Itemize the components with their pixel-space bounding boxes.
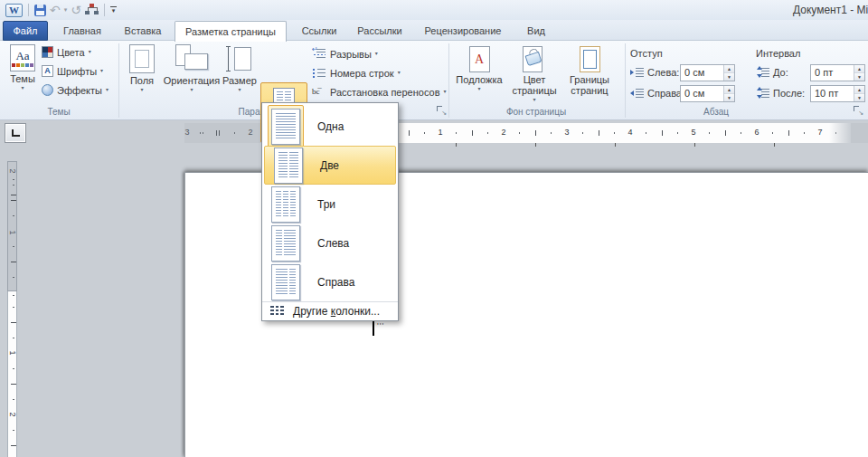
theme-fonts-icon: A	[42, 65, 53, 77]
line-numbers-button[interactable]: Номера строк▾	[312, 67, 401, 79]
more-columns-icon	[270, 306, 284, 317]
left-column-icon	[271, 225, 300, 262]
default-tab-stops	[377, 143, 851, 147]
tab-home[interactable]: Главная	[55, 21, 109, 41]
watermark-icon: A	[469, 46, 490, 72]
menu-item-left-column[interactable]: Слева	[262, 224, 398, 262]
tab-references[interactable]: Ссылки	[294, 21, 344, 41]
customize-quick-access-icon[interactable]: ▾	[110, 6, 117, 14]
org-chart-icon[interactable]	[85, 4, 99, 16]
three-columns-icon	[271, 186, 300, 223]
tab-mailings[interactable]: Рассылки	[352, 21, 408, 41]
group-separator	[118, 43, 119, 118]
tab-review[interactable]: Рецензирование	[415, 21, 511, 41]
chevron-down-icon: ▾	[21, 86, 24, 90]
right-column-icon	[271, 264, 300, 300]
spacing-after-icon	[756, 87, 770, 99]
ribbon: Aa Темы ▾ Цвета▾ A Шрифты▾ Эффекты▾ Темы…	[0, 41, 868, 120]
spacing-before-field[interactable]: 0 пт ▲▼	[810, 64, 865, 81]
separator	[104, 4, 105, 16]
spacing-before-label: До:	[773, 67, 788, 78]
indent-left-label: Слева:	[647, 67, 679, 78]
page-color-button[interactable]: Цвет страницы ▾	[508, 46, 561, 102]
indent-left-icon	[630, 66, 645, 78]
menu-item-one-column[interactable]: Одна	[262, 107, 398, 146]
page-borders-button[interactable]: Границы страниц	[562, 46, 617, 96]
left-tab-icon	[12, 129, 20, 137]
page-color-icon	[523, 46, 546, 72]
paragraph-mark: ʹʹʹ	[377, 321, 384, 330]
word-window: W ↶ ▾ ↺ ▾ Документ1 - Micros Файл Главна…	[0, 0, 868, 457]
redo-icon[interactable]: ↺	[71, 4, 81, 16]
orientation-icon	[174, 44, 210, 73]
paragraph-dialog-launcher[interactable]	[853, 105, 863, 116]
themes-button[interactable]: Aa Темы ▾	[5, 44, 40, 90]
spacing-after-field[interactable]: 10 пт ▲▼	[810, 85, 865, 102]
page-break-icon	[312, 48, 326, 60]
size-icon	[226, 44, 253, 73]
group-label-themes: Темы	[18, 107, 99, 117]
columns-dropdown-menu: Одна Две Три Слева Справа Другие колонки…	[261, 102, 399, 321]
vertical-ruler: 2 1 1 2	[7, 161, 17, 457]
spacing-after-spinner[interactable]: ▲▼	[854, 86, 864, 101]
page-borders-icon	[580, 46, 600, 72]
themes-icon: Aa	[10, 44, 35, 71]
text-cursor	[373, 321, 374, 336]
menu-item-three-columns[interactable]: Три	[262, 185, 398, 224]
margins-button[interactable]: Поля ▾	[123, 44, 161, 92]
line-numbers-icon	[312, 67, 326, 79]
word-logo-icon[interactable]: W	[5, 4, 23, 17]
watermark-button[interactable]: A Подложка ▾	[454, 46, 505, 91]
tab-page-layout[interactable]: Разметка страницы	[175, 21, 287, 42]
ruler-text-area: 1 2 3 4 5 6 7	[377, 123, 851, 143]
orientation-button[interactable]: Ориентация ▾	[163, 44, 221, 92]
group-separator	[448, 43, 449, 118]
save-icon[interactable]	[34, 5, 46, 16]
menu-item-two-columns[interactable]: Две	[264, 146, 396, 185]
tab-view[interactable]: Вид	[518, 21, 554, 41]
spacing-before-icon	[756, 66, 770, 78]
indent-right-label: Справа:	[647, 88, 684, 99]
page-setup-dialog-launcher[interactable]	[436, 105, 447, 116]
indent-right-field[interactable]: 0 см ▲▼	[680, 85, 735, 102]
one-column-icon	[271, 109, 300, 145]
title-bar: W ↶ ▾ ↺ ▾ Документ1 - Micros	[0, 0, 868, 20]
indent-left-spinner[interactable]: ▲▼	[723, 65, 734, 81]
group-separator	[625, 43, 626, 118]
ribbon-tabs: Файл Главная Вставка Разметка страницы С…	[0, 20, 868, 41]
group-label-paragraph: Абзац	[675, 107, 757, 117]
hyphenation-button[interactable]: bс̅ Расстановка переносов▾	[312, 86, 447, 98]
separator	[28, 4, 29, 16]
spacing-before-spinner[interactable]: ▲▼	[854, 65, 864, 81]
indent-left-field[interactable]: 0 см ▲▼	[680, 64, 735, 81]
theme-effects-button[interactable]: Эффекты▾	[42, 84, 108, 96]
hyphenation-icon: bс̅	[312, 86, 326, 98]
undo-icon[interactable]: ↶	[50, 4, 61, 16]
breaks-button[interactable]: Разрывы▾	[312, 48, 378, 60]
quick-access-toolbar: W ↶ ▾ ↺ ▾	[0, 0, 117, 20]
size-button[interactable]: Размер ▾	[219, 44, 260, 92]
indent-right-spinner[interactable]: ▲▼	[723, 86, 734, 101]
two-columns-icon	[274, 148, 303, 184]
spacing-after-label: После:	[773, 88, 805, 99]
undo-dropdown-icon[interactable]: ▾	[64, 6, 68, 14]
theme-effects-icon	[42, 84, 53, 96]
theme-colors-icon	[42, 46, 53, 58]
spacing-header: Интервал	[756, 48, 800, 59]
window-title: Документ1 - Micros	[793, 4, 868, 16]
theme-fonts-button[interactable]: A Шрифты▾	[42, 65, 103, 77]
tab-file[interactable]: Файл	[3, 21, 48, 41]
tab-insert[interactable]: Вставка	[117, 21, 169, 41]
group-label-page-background: Фон страницы	[495, 107, 577, 117]
tab-stop-selector[interactable]	[5, 123, 26, 143]
menu-item-right-column[interactable]: Справа	[262, 262, 398, 301]
indent-header: Отступ	[630, 48, 663, 59]
document-area: 3 2 1 1 2 3 4 5 6 7 ʹʹʹ	[0, 120, 868, 457]
theme-colors-button[interactable]: Цвета▾	[42, 46, 91, 58]
indent-right-icon	[630, 87, 645, 99]
menu-item-more-columns[interactable]: Другие колонки...	[262, 301, 398, 320]
margins-icon	[129, 44, 155, 73]
